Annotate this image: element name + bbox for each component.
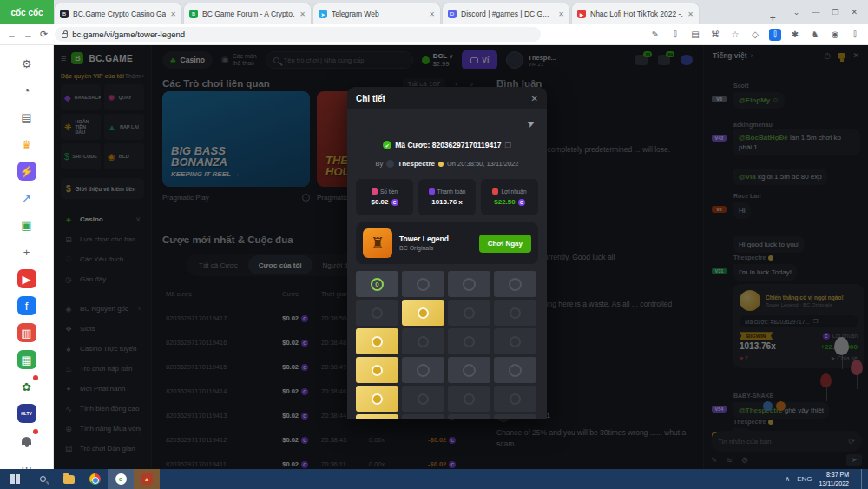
start-button[interactable] xyxy=(0,469,30,489)
tower-cell-dark[interactable] xyxy=(494,328,536,354)
tower-cell-pick[interactable] xyxy=(356,386,398,412)
tab-search-icon[interactable]: ⌄ xyxy=(793,8,800,17)
copy-icon[interactable]: ❐ xyxy=(505,142,511,149)
tab-close-icon[interactable]: ✕ xyxy=(558,10,564,18)
taskbar: c▲ ∧ ENG 8:37 PM 13/11/2022 xyxy=(0,469,868,489)
tower-cell-dark[interactable] xyxy=(402,386,444,412)
games-icon[interactable]: ▣ xyxy=(17,215,36,235)
tower-cell-lite[interactable] xyxy=(494,357,536,383)
player-name[interactable]: Thespectre xyxy=(398,160,435,168)
history-icon[interactable]: ◔ xyxy=(17,81,36,100)
save-download-icon[interactable]: ⇩ xyxy=(849,29,861,41)
tower-cell-pick[interactable] xyxy=(356,328,398,354)
taskbar-game-icon[interactable]: ▲ xyxy=(134,469,160,489)
green-sheet-icon[interactable]: ▦ xyxy=(17,350,36,369)
stat-box: Số tiền $0.02C xyxy=(356,179,413,215)
bookmark-star-icon[interactable]: ☆ xyxy=(729,29,741,41)
tower-cell-dark[interactable] xyxy=(448,386,490,412)
tower-cell-pick[interactable] xyxy=(356,357,398,383)
notification-bell-icon[interactable] xyxy=(17,431,36,450)
extension-spark-icon[interactable]: ✱ xyxy=(789,29,801,41)
maximize-button[interactable]: ❐ xyxy=(832,8,838,17)
pen-extension-icon[interactable]: ✎ xyxy=(649,29,661,41)
tower-cell-dark[interactable] xyxy=(494,386,536,412)
feed-icon[interactable]: ▤ xyxy=(17,108,36,127)
tower-cell-zero[interactable]: 0 xyxy=(356,271,398,297)
tab-close-icon[interactable]: ✕ xyxy=(687,10,694,18)
share-icon[interactable]: ➤ xyxy=(524,117,536,131)
messenger-icon[interactable]: ⚡ xyxy=(17,162,36,181)
tower-cell-dark[interactable] xyxy=(494,300,536,326)
tower-cell-lite[interactable] xyxy=(448,357,490,383)
plant-icon[interactable]: ✿ xyxy=(17,377,36,396)
tower-cell-dark[interactable] xyxy=(402,414,444,419)
tower-cell-pick[interactable] xyxy=(356,414,398,419)
tab-close-icon[interactable]: ✕ xyxy=(170,10,176,18)
tab-title: Telegram Web xyxy=(332,10,424,18)
url-field[interactable]: bc.game/vi/game/tower-legend xyxy=(55,27,541,42)
minimize-button[interactable]: — xyxy=(812,8,819,17)
browser-tab[interactable]: B BC.Game Crypto Casino Ga... ✕ xyxy=(54,3,182,24)
tower-cell-dark[interactable] xyxy=(448,414,490,419)
browser-tab[interactable]: D Discord | #games | DC G... ✕ xyxy=(442,3,570,24)
stats-chart-icon[interactable]: ↗ xyxy=(17,188,36,208)
tab-title: Discord | #games | DC G... xyxy=(461,10,554,18)
profile-avatar-icon[interactable]: ◉ xyxy=(829,29,841,41)
reload-button[interactable]: ⟳ xyxy=(40,29,48,40)
system-clock[interactable]: 8:37 PM 13/11/2022 xyxy=(819,471,854,486)
tower-cell-lite[interactable] xyxy=(494,271,536,297)
close-button[interactable]: ✕ xyxy=(851,8,858,17)
window-controls: ⌄ — ❐ ✕ xyxy=(783,0,868,24)
back-button[interactable]: ← xyxy=(7,30,16,40)
add-shortcut-icon[interactable]: + xyxy=(17,242,36,261)
tower-cell-lite[interactable] xyxy=(402,271,444,297)
address-bar: ← → ⟳ bc.game/vi/game/tower-legend ✎⇩▤⌘☆… xyxy=(0,24,868,45)
forward-button[interactable]: → xyxy=(23,30,33,40)
download-arrow-icon[interactable]: ⇩ xyxy=(669,29,681,41)
settings-icon[interactable]: ⚙ xyxy=(17,54,36,73)
browser-tab[interactable]: ➤ Telegram Web ✕ xyxy=(312,3,441,24)
game-banner: ♜ Tower Legend BC Originals Chơi Ngay xyxy=(356,222,538,264)
tower-cell-dark[interactable] xyxy=(356,300,398,326)
crown-vip-icon[interactable]: ♛ xyxy=(17,135,36,154)
youtube-icon[interactable]: ▶ xyxy=(17,269,36,288)
show-desktop-button[interactable] xyxy=(861,469,865,489)
tab-favicon: ▶ xyxy=(577,10,586,18)
red-app-icon[interactable]: ▥ xyxy=(17,323,36,342)
notes-extension-icon[interactable]: ▤ xyxy=(689,29,701,41)
keyboard-language[interactable]: ENG xyxy=(797,475,812,483)
downloads-active-icon[interactable]: ⇩ xyxy=(769,29,781,41)
capture-extension-icon[interactable]: ⌘ xyxy=(709,29,721,41)
stat-value: 1013.76 x xyxy=(431,198,463,206)
adblock-shield-icon[interactable]: ◇ xyxy=(749,29,761,41)
tab-close-icon[interactable]: ✕ xyxy=(299,10,306,18)
taskbar-chrome-icon[interactable] xyxy=(82,469,108,489)
browser-tab[interactable]: B BC Game Forum - A Crypto... ✕ xyxy=(183,3,312,24)
new-tab-button[interactable]: + xyxy=(763,12,783,24)
tower-cell-dark[interactable] xyxy=(448,300,490,326)
coccoc-logo[interactable]: cốc cốc xyxy=(0,0,54,24)
tab-close-icon[interactable]: ✕ xyxy=(429,10,435,18)
tab-title: BC.Game Crypto Casino Ga... xyxy=(73,10,166,18)
hltv-icon[interactable]: HLTV xyxy=(17,404,36,423)
tower-cell-lite[interactable] xyxy=(402,357,444,383)
taskbar-search-icon[interactable] xyxy=(30,469,56,489)
stat-box: Lợi nhuận $22.50C xyxy=(481,179,538,215)
bet-details-modal: Chi tiết ✕ ➤ ✔ Mã Cược: 8203629717011941… xyxy=(347,87,547,419)
taskbar-coccoc-icon[interactable]: c xyxy=(108,469,134,489)
tower-cell-pick[interactable] xyxy=(402,300,444,326)
browser-tab[interactable]: ▶ Nhạc Lofi Hot TikTok 2022 -... ✕ xyxy=(571,3,700,24)
facebook-icon[interactable]: f xyxy=(17,296,36,315)
tray-expand-icon[interactable]: ∧ xyxy=(785,475,790,483)
modal-close-button[interactable]: ✕ xyxy=(531,94,538,103)
stat-icon xyxy=(492,188,498,195)
play-now-button[interactable]: Chơi Ngay xyxy=(479,235,531,253)
tower-cell-dark[interactable] xyxy=(448,328,490,354)
extension-misc-icon[interactable]: ♞ xyxy=(809,29,821,41)
tower-cell-dark[interactable] xyxy=(494,414,536,419)
tower-cell-lite[interactable] xyxy=(448,271,490,297)
game-provider: BC Originals xyxy=(399,244,472,252)
tower-cell-dark[interactable] xyxy=(402,328,444,354)
tab-favicon: D xyxy=(448,10,457,18)
taskbar-explorer-icon[interactable] xyxy=(56,469,82,489)
